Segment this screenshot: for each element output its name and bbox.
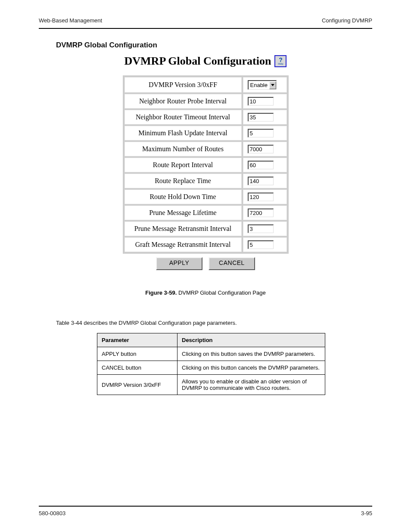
route-hold-down-input[interactable] xyxy=(248,193,274,201)
table-row: Prune Message Lifetime xyxy=(125,205,287,220)
field-label-max-routes: Maximum Number of Routes xyxy=(125,142,242,156)
table-row: Maximum Number of Routes xyxy=(125,142,287,156)
config-form: DVMRP Version 3/0xFF Enable Neighbor Rou… xyxy=(0,75,411,270)
field-label-neighbor-timeout-interval: Neighbor Router Timeout Interval xyxy=(125,110,242,124)
neighbor-probe-interval-input[interactable] xyxy=(248,97,274,106)
table-row: DVMRP Version 3/0xFF Allows you to enabl… xyxy=(97,375,325,395)
help-icon-question: ? xyxy=(279,57,283,62)
prune-lifetime-input[interactable] xyxy=(248,208,274,217)
description-line: Table 3-44 describes the DVMRP Global Co… xyxy=(56,320,411,326)
footer-left: 580-00803 xyxy=(39,510,65,516)
table-row: Route Report Interval xyxy=(125,158,287,172)
param-name: CANCEL button xyxy=(97,361,177,375)
help-icon[interactable]: ? Help xyxy=(274,55,286,67)
field-label-dvmrp-version: DVMRP Version 3/0xFF xyxy=(125,77,242,93)
param-desc: Clicking on this button cancels the DVMR… xyxy=(177,361,325,375)
header-right: Configuring DVMRP xyxy=(322,17,372,24)
chevron-down-icon xyxy=(269,81,276,89)
field-label-route-report-interval: Route Report Interval xyxy=(125,158,242,172)
field-label-graft-retransmit: Graft Message Retransmit Interval xyxy=(125,237,242,252)
apply-button[interactable]: APPLY xyxy=(156,257,202,270)
footer-rule xyxy=(39,506,372,507)
param-desc: Clicking on this button saves the DVMRP … xyxy=(177,347,325,361)
param-table-wrap: Parameter Description APPLY button Click… xyxy=(97,333,411,395)
field-label-route-replace-time: Route Replace Time xyxy=(125,174,242,188)
field-label-route-hold-down: Route Hold Down Time xyxy=(125,190,242,204)
table-row: Route Hold Down Time xyxy=(125,190,287,204)
param-table: Parameter Description APPLY button Click… xyxy=(97,333,325,395)
field-input-cell: Enable xyxy=(243,77,287,93)
route-report-interval-input[interactable] xyxy=(248,161,274,169)
min-flash-update-input[interactable] xyxy=(248,129,274,137)
footer-right: 3-95 xyxy=(361,510,372,516)
table-row: Route Replace Time xyxy=(125,174,287,188)
table-row: DVMRP Version 3/0xFF Enable xyxy=(125,77,287,93)
header-row: Web-Based Management Configuring DVMRP xyxy=(39,17,372,24)
figure-caption: Figure 3-59. DVMRP Global Configuration … xyxy=(0,289,411,296)
help-icon-label: Help xyxy=(278,62,283,65)
table-row: Neighbor Router Probe Interval xyxy=(125,94,287,109)
param-name: DVMRP Version 3/0xFF xyxy=(97,375,177,395)
table-row: Minimum Flash Update Interval xyxy=(125,126,287,140)
section-label: DVMRP Global Configuration xyxy=(56,41,411,50)
table-row: Prune Message Retransmit Interval xyxy=(125,221,287,236)
route-replace-time-input[interactable] xyxy=(248,177,274,185)
table-row: APPLY button Clicking on this button sav… xyxy=(97,347,325,361)
page-header: Web-Based Management Configuring DVMRP xyxy=(0,0,411,24)
page-title: DVMRP Global Configuration xyxy=(125,55,271,68)
footer-row: 580-00803 3-95 xyxy=(0,510,411,516)
param-desc: Allows you to enable or disable an older… xyxy=(177,375,325,395)
param-header-description: Description xyxy=(177,333,325,347)
prune-retransmit-input[interactable] xyxy=(248,224,274,233)
figure-caption-text: DVMRP Global Configuration Page xyxy=(178,289,266,296)
page-root: Web-Based Management Configuring DVMRP D… xyxy=(0,0,411,532)
config-table: DVMRP Version 3/0xFF Enable Neighbor Rou… xyxy=(123,75,289,254)
table-row: CANCEL button Clicking on this button ca… xyxy=(97,361,325,375)
field-label-prune-retransmit: Prune Message Retransmit Interval xyxy=(125,221,242,236)
param-table-header-row: Parameter Description xyxy=(97,333,325,347)
header-rule xyxy=(39,28,372,29)
header-left: Web-Based Management xyxy=(39,17,102,24)
param-name: APPLY button xyxy=(97,347,177,361)
page-footer: 580-00803 3-95 xyxy=(0,506,411,516)
figure-number: Figure 3-59. xyxy=(145,289,177,296)
title-block: DVMRP Global Configuration ? Help xyxy=(0,55,411,68)
field-label-prune-lifetime: Prune Message Lifetime xyxy=(125,205,242,220)
field-label-neighbor-probe-interval: Neighbor Router Probe Interval xyxy=(125,94,242,109)
max-routes-input[interactable] xyxy=(248,145,274,153)
cancel-button[interactable]: CANCEL xyxy=(209,257,255,270)
neighbor-timeout-interval-input[interactable] xyxy=(248,113,274,121)
param-header-parameter: Parameter xyxy=(97,333,177,347)
dvmrp-version-select[interactable]: Enable xyxy=(248,80,277,90)
button-row: APPLY CANCEL xyxy=(156,257,255,270)
graft-retransmit-input[interactable] xyxy=(248,240,274,249)
field-label-min-flash-update: Minimum Flash Update Interval xyxy=(125,126,242,140)
table-row: Graft Message Retransmit Interval xyxy=(125,237,287,252)
table-row: Neighbor Router Timeout Interval xyxy=(125,110,287,124)
select-value: Enable xyxy=(250,82,269,88)
